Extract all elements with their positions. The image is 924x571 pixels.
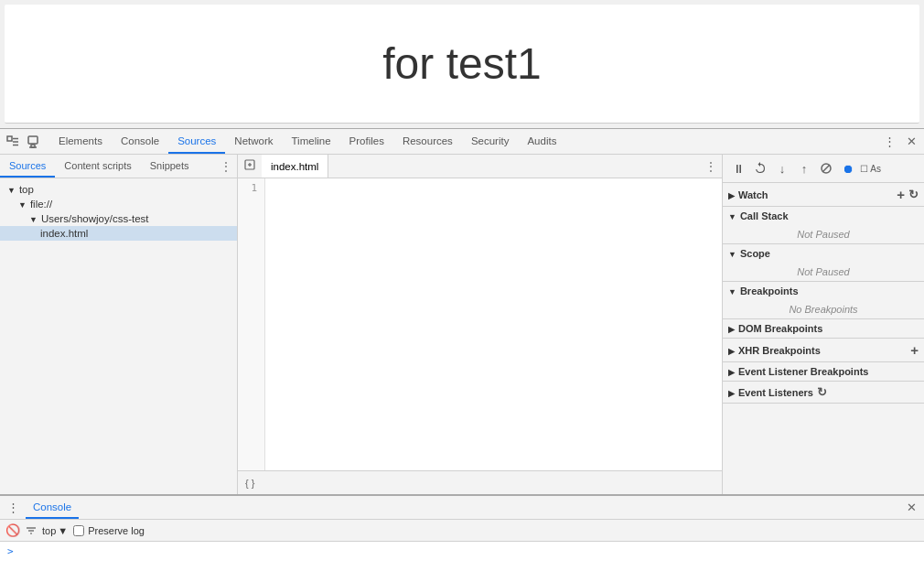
async-checkbox[interactable]: ☐ As [860, 158, 881, 178]
editor-tab-expand-icon[interactable] [238, 158, 262, 174]
console-panel: ⋮ Console ✕ 🚫 top ▼ Preserve log [0, 494, 924, 571]
tree-item-label: file:// [30, 199, 52, 210]
chevron-down-icon [18, 199, 27, 210]
more-options-icon[interactable]: ⋮ [880, 133, 898, 151]
console-prompt-icon: > [7, 545, 14, 557]
editor-footer: { } [238, 470, 722, 494]
tab-network[interactable]: Network [225, 129, 282, 154]
breakpoints-section: Breakpoints No Breakpoints [723, 282, 924, 319]
device-icon[interactable] [24, 133, 42, 151]
watch-refresh-icon[interactable]: ↻ [908, 188, 919, 201]
event-listeners-refresh-icon[interactable]: ↻ [817, 385, 827, 399]
chevron-down-icon [7, 184, 16, 195]
xhr-add-icon[interactable]: + [910, 342, 919, 358]
editor-tab-label: index.html [271, 161, 318, 172]
breakpoints-content: No Breakpoints [723, 300, 924, 318]
watch-label: Watch [738, 189, 768, 200]
editor-tab-index-html[interactable]: index.html [262, 155, 328, 178]
devtools-tabs: Elements Console Sources Network Timelin… [49, 129, 880, 154]
console-filter-bar: 🚫 top ▼ Preserve log [0, 520, 924, 542]
editor-tab-actions[interactable]: ⋮ [700, 160, 722, 173]
console-tab[interactable]: Console [26, 496, 79, 519]
scope-label: Scope [740, 248, 770, 259]
watch-section-header[interactable]: Watch + ↻ [723, 183, 924, 206]
subtabs-more-icon[interactable]: ⋮ [215, 160, 237, 173]
debug-toolbar: ⏸ ↓ ↑ ⏺ ☐ As [723, 155, 924, 183]
xhr-breakpoints-header[interactable]: XHR Breakpoints + [723, 339, 924, 361]
svg-line-11 [822, 165, 830, 172]
scope-section-header[interactable]: Scope [723, 244, 924, 263]
subtab-sources[interactable]: Sources [0, 155, 55, 178]
tree-item-dir[interactable]: Users/showjoy/css-test [0, 211, 237, 226]
tab-elements[interactable]: Elements [49, 129, 112, 154]
console-clear-icon[interactable]: 🚫 [5, 523, 20, 537]
subtab-content-scripts[interactable]: Content scripts [55, 155, 140, 178]
xhr-breakpoints-section: XHR Breakpoints + [723, 339, 924, 362]
tab-timeline[interactable]: Timeline [283, 129, 340, 154]
pause-icon[interactable]: ⏸ [728, 158, 748, 178]
event-listener-breakpoints-header[interactable]: Event Listener Breakpoints [723, 362, 924, 381]
watch-section: Watch + ↻ [723, 183, 924, 207]
tab-console[interactable]: Console [112, 129, 168, 154]
console-content[interactable]: > [0, 542, 924, 571]
tree-item-file[interactable]: file:// [0, 197, 237, 211]
debugger-panel: ⏸ ↓ ↑ ⏺ ☐ As Watch + [723, 155, 924, 494]
pause-on-exceptions-icon[interactable]: ⏺ [838, 158, 858, 178]
line-numbers: 1 [238, 178, 265, 470]
tree-item-label: top [19, 184, 34, 195]
subtab-snippets[interactable]: Snippets [141, 155, 199, 178]
step-out-icon[interactable]: ↑ [794, 158, 814, 178]
scope-section: Scope Not Paused [723, 244, 924, 282]
breakpoints-label: Breakpoints [740, 286, 799, 296]
tree-item-top[interactable]: top [0, 182, 237, 197]
step-into-icon[interactable]: ↓ [772, 158, 792, 178]
xhr-breakpoints-label: XHR Breakpoints [738, 345, 821, 356]
event-listeners-label: Event Listeners [738, 387, 813, 398]
page-title: for test1 [382, 38, 541, 89]
deactivate-breakpoints-icon[interactable] [816, 158, 836, 178]
callstack-section-header[interactable]: Call Stack [723, 207, 924, 225]
event-listeners-header[interactable]: Event Listeners ↻ [723, 382, 924, 403]
chevron-down-icon [728, 286, 736, 296]
tab-sources[interactable]: Sources [168, 129, 225, 154]
preserve-log-label[interactable]: Preserve log [73, 525, 145, 536]
tree-item-label: index.html [40, 228, 88, 239]
preserve-log-text: Preserve log [88, 525, 145, 536]
chevron-down-icon [728, 210, 736, 221]
event-listener-breakpoints-section: Event Listener Breakpoints [723, 362, 924, 382]
console-close-icon[interactable]: ✕ [902, 499, 920, 517]
editor-code[interactable] [265, 178, 722, 470]
editor-content: 1 [238, 178, 722, 470]
browser-viewport: for test1 [5, 5, 919, 124]
tree-item-index-html[interactable]: index.html [0, 226, 237, 241]
breakpoints-section-header[interactable]: Breakpoints [723, 282, 924, 300]
close-devtools-icon[interactable]: ✕ [902, 133, 920, 151]
chevron-down-icon [728, 248, 736, 259]
console-context-value: top [42, 525, 56, 536]
devtools-panel: Elements Console Sources Network Timelin… [0, 128, 924, 571]
console-filter-icon[interactable] [26, 525, 37, 536]
chevron-right-icon [728, 189, 735, 200]
chevron-down-icon [29, 213, 38, 224]
tab-security[interactable]: Security [462, 129, 519, 154]
context-dropdown-icon: ▼ [58, 525, 68, 536]
console-panel-icon[interactable]: ⋮ [4, 499, 22, 517]
editor-footer-braces: { } [245, 478, 254, 489]
callstack-label: Call Stack [740, 210, 789, 221]
chevron-right-icon [728, 387, 735, 398]
event-listeners-section: Event Listeners ↻ [723, 382, 924, 404]
sources-subtabs: Sources Content scripts Snippets ⋮ [0, 155, 237, 178]
tab-profiles[interactable]: Profiles [340, 129, 393, 154]
tab-audits[interactable]: Audits [518, 129, 565, 154]
chevron-right-icon [728, 366, 735, 377]
chevron-right-icon [728, 323, 735, 334]
inspect-icon[interactable] [4, 133, 22, 151]
toolbar-right: ⋮ ✕ [880, 133, 920, 151]
console-context-select[interactable]: top ▼ [42, 525, 68, 536]
dom-breakpoints-header[interactable]: DOM Breakpoints [723, 319, 924, 338]
preserve-log-checkbox[interactable] [73, 525, 84, 536]
dom-breakpoints-section: DOM Breakpoints [723, 319, 924, 339]
tab-resources[interactable]: Resources [393, 129, 462, 154]
step-over-icon[interactable] [750, 158, 770, 178]
watch-add-icon[interactable]: + [897, 187, 905, 202]
